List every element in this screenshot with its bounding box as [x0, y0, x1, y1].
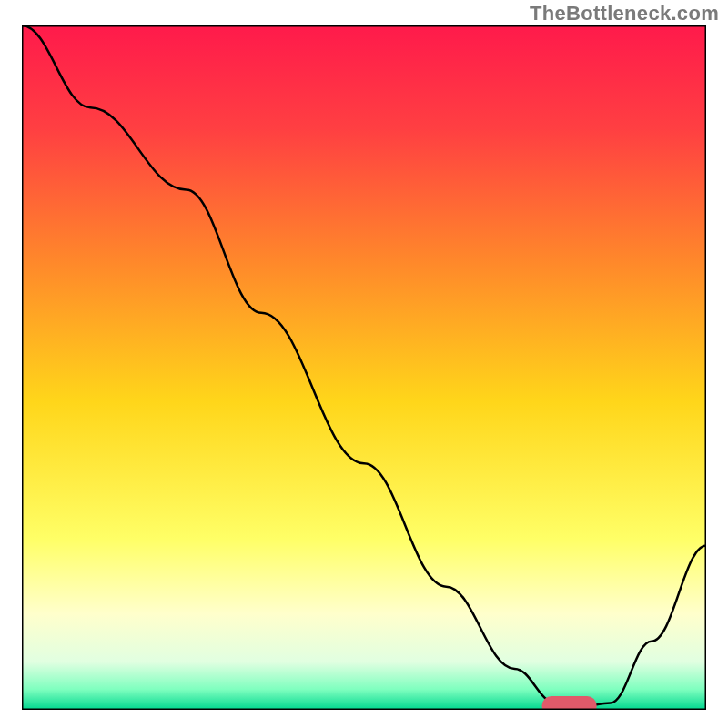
target-marker: [542, 696, 597, 710]
watermark-text: TheBottleneck.com: [530, 2, 719, 25]
chart-svg: [22, 25, 706, 710]
gradient-rect: [22, 25, 706, 710]
chart-frame: TheBottleneck.com: [0, 0, 728, 728]
plot-area: [22, 25, 706, 710]
